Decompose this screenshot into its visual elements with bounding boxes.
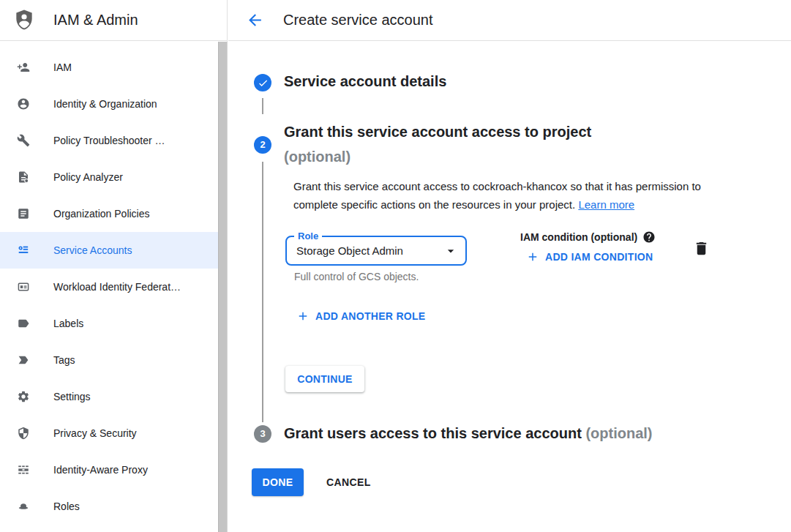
iam-shield-logo-icon bbox=[12, 8, 36, 31]
sidebar-item-identity-organization[interactable]: Identity & Organization bbox=[0, 86, 218, 122]
role-selected-value: Storage Object Admin bbox=[296, 237, 403, 264]
continue-button[interactable]: CONTINUE bbox=[285, 366, 364, 392]
sidebar-item-label: Policy Analyzer bbox=[53, 171, 123, 183]
badge-card-icon bbox=[17, 280, 30, 293]
sidebar-item-label: Privacy & Security bbox=[53, 427, 137, 439]
done-button[interactable]: DONE bbox=[252, 468, 304, 496]
add-iam-condition-button[interactable]: ADD IAM CONDITION bbox=[526, 250, 653, 263]
sidebar-item-label: Roles bbox=[53, 501, 80, 512]
sidebar-item-settings[interactable]: Settings bbox=[0, 378, 218, 415]
step3-title-row: Grant users access to this service accou… bbox=[284, 425, 653, 442]
help-icon[interactable] bbox=[642, 231, 656, 244]
sidebar-item-label: Settings bbox=[53, 391, 91, 402]
page-title: Create service account bbox=[283, 0, 433, 40]
main-header: Create service account bbox=[228, 0, 791, 41]
gear-icon bbox=[17, 390, 30, 403]
iam-admin-console: IAM & Admin IAM Identity & Organization … bbox=[0, 0, 791, 532]
trash-icon bbox=[693, 240, 710, 257]
tag-arrow-icon bbox=[17, 353, 30, 367]
wrench-icon bbox=[17, 134, 30, 147]
sidebar-item-label: Policy Troubleshooter … bbox=[53, 135, 165, 146]
hat-icon bbox=[17, 500, 30, 513]
sidebar: IAM & Admin IAM Identity & Organization … bbox=[0, 0, 228, 532]
label-tag-icon bbox=[17, 317, 30, 330]
step3-number-badge: 3 bbox=[254, 425, 271, 443]
sidebar-item-tags[interactable]: Tags bbox=[0, 342, 218, 378]
back-arrow-icon[interactable] bbox=[246, 11, 264, 29]
policy-analyzer-icon bbox=[17, 171, 30, 184]
sidebar-item-label: Labels bbox=[53, 318, 83, 329]
sidebar-item-label: IAM bbox=[53, 61, 72, 73]
sidebar-nav: IAM Identity & Organization Policy Troub… bbox=[0, 42, 218, 525]
sidebar-header: IAM & Admin bbox=[0, 0, 227, 41]
plus-icon bbox=[526, 250, 539, 263]
delete-role-button[interactable] bbox=[693, 240, 710, 257]
step2-description: Grant this service account access to coc… bbox=[293, 177, 724, 214]
shield-half-icon bbox=[17, 427, 30, 440]
service-account-robot-icon bbox=[17, 244, 30, 257]
sidebar-item-iam[interactable]: IAM bbox=[0, 49, 218, 86]
sidebar-item-policy-analyzer[interactable]: Policy Analyzer bbox=[0, 159, 218, 195]
sidebar-item-identity-aware-proxy[interactable]: Identity-Aware Proxy bbox=[0, 452, 218, 488]
sidebar-scrollbar[interactable] bbox=[218, 42, 228, 532]
product-title: IAM & Admin bbox=[53, 0, 138, 40]
chevron-down-icon bbox=[443, 244, 458, 258]
step1-completed-check-icon bbox=[254, 74, 271, 91]
sidebar-item-label: Workload Identity Federat… bbox=[53, 281, 181, 293]
stepper-connector bbox=[262, 162, 263, 422]
step3-title: Grant users access to this service accou… bbox=[284, 425, 582, 441]
step2-optional-label: (optional) bbox=[284, 149, 350, 165]
main-panel: Create service account Service account d… bbox=[228, 0, 791, 532]
sidebar-item-workload-identity-federation[interactable]: Workload Identity Federat… bbox=[0, 269, 218, 305]
sidebar-item-roles[interactable]: Roles bbox=[0, 488, 218, 525]
account-circle-icon bbox=[17, 97, 30, 110]
sidebar-item-label: Identity-Aware Proxy bbox=[53, 464, 148, 476]
step3-optional-label: (optional) bbox=[585, 425, 652, 441]
add-another-role-label: ADD ANOTHER ROLE bbox=[315, 310, 426, 322]
role-helper-text: Full control of GCS objects. bbox=[294, 271, 419, 282]
step1-title: Service account details bbox=[284, 73, 446, 90]
add-iam-condition-label: ADD IAM CONDITION bbox=[545, 251, 653, 263]
stepper-connector bbox=[262, 98, 263, 114]
sidebar-item-service-accounts[interactable]: Service Accounts bbox=[0, 232, 218, 269]
sidebar-item-label: Tags bbox=[53, 354, 75, 366]
proxy-stripes-icon bbox=[17, 463, 30, 476]
step2-title: Grant this service account access to pro… bbox=[284, 124, 591, 141]
plus-icon bbox=[296, 310, 310, 323]
step2-number-badge: 2 bbox=[254, 136, 271, 154]
sidebar-item-label: Organization Policies bbox=[53, 208, 150, 220]
sidebar-item-labels[interactable]: Labels bbox=[0, 305, 218, 342]
sidebar-item-label: Identity & Organization bbox=[53, 98, 157, 110]
learn-more-link[interactable]: Learn more bbox=[578, 198, 634, 211]
sidebar-item-label: Service Accounts bbox=[53, 244, 132, 256]
sidebar-item-policy-troubleshooter[interactable]: Policy Troubleshooter … bbox=[0, 122, 218, 159]
cancel-button[interactable]: CANCEL bbox=[316, 468, 381, 496]
iam-condition-header: IAM condition (optional) bbox=[520, 231, 656, 244]
person-add-icon bbox=[17, 61, 30, 74]
step2-description-text: Grant this service account access to coc… bbox=[293, 180, 701, 211]
role-select[interactable]: Role Storage Object Admin bbox=[285, 236, 467, 266]
article-icon bbox=[17, 207, 30, 220]
add-another-role-button[interactable]: ADD ANOTHER ROLE bbox=[296, 310, 426, 323]
sidebar-item-privacy-security[interactable]: Privacy & Security bbox=[0, 415, 218, 452]
sidebar-item-organization-policies[interactable]: Organization Policies bbox=[0, 195, 218, 232]
iam-condition-label: IAM condition (optional) bbox=[520, 231, 637, 243]
